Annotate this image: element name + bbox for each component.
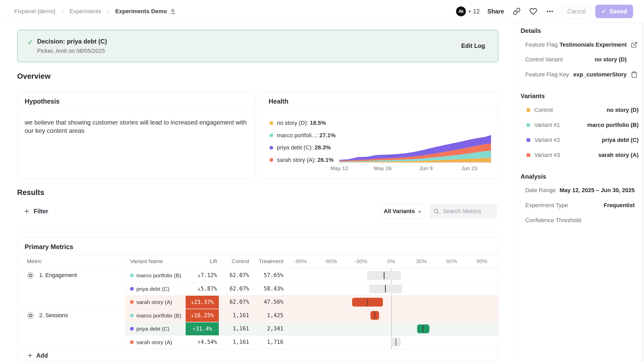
ci-axis-label: 90% (466, 258, 498, 264)
row-divider (125, 295, 498, 295)
sidebar-row-label: Confidence Threshold (525, 216, 581, 225)
ruler-tick (381, 266, 381, 269)
sidebar-row-value: exp_customerStory (573, 70, 627, 79)
variant-swatch (130, 300, 134, 304)
favorite-heart-icon[interactable] (529, 8, 537, 15)
health-card-header: Health (261, 91, 498, 112)
ruler-tick (311, 266, 311, 269)
ci-mid-tick (367, 299, 368, 306)
variant-name: priya debt (C) (136, 322, 169, 336)
details-heading: Details (521, 27, 541, 34)
variant-name: sarah story (A) (136, 295, 172, 309)
breadcrumb-experiments[interactable]: Experiments (69, 8, 101, 15)
ci-axis-label: -60% (315, 258, 346, 264)
sidebar-row: Variant #3sarah story (A) (515, 150, 644, 160)
add-filter-button[interactable]: Filter (23, 205, 48, 218)
more-options-icon[interactable] (546, 8, 554, 15)
sidebar-row-value: priya debt (C) (602, 135, 639, 145)
variant-swatch (130, 314, 134, 317)
ruler-tick (300, 266, 301, 269)
filter-label: Filter (34, 208, 48, 215)
legend-value: 27.1% (319, 132, 335, 139)
page-title: Experiments Demo (115, 8, 167, 15)
sidebar-row-label: Experiment Type (525, 201, 568, 210)
ruler-tick (452, 266, 452, 269)
legend-swatch (270, 146, 273, 149)
copy-link-icon[interactable] (513, 8, 521, 15)
ruler-tick (351, 266, 351, 269)
external-link-icon[interactable] (631, 41, 638, 48)
treatment-value: 1,425 (244, 309, 283, 322)
saved-button[interactable]: ✓ Saved (595, 5, 633, 18)
experiment-page: Fixpanel {demo} / Experiments / Experime… (0, 0, 644, 362)
share-button[interactable]: Share (487, 8, 504, 15)
ruler-tick (326, 266, 326, 269)
copy-icon[interactable] (631, 71, 638, 78)
ruler-tick (290, 266, 291, 269)
check-icon: ✓ (601, 8, 606, 15)
sidebar-row-label: Date Range (525, 186, 556, 195)
variant-name: sarah story (A) (136, 336, 172, 349)
sidebar-row: Variant #2priya debt (C) (515, 135, 644, 145)
control-value: 62.07% (210, 282, 249, 296)
sidebar-row-label: Variant #3 (534, 150, 560, 160)
table-row: priya debt (C)↓5.87%62.07%58.43% (17, 282, 498, 296)
collaborators-count[interactable]: + 12 (468, 8, 480, 15)
metric-name[interactable]: 1. Engagement (39, 269, 77, 282)
sidebar-row: Control Variantno story (D) (515, 55, 644, 64)
plus-icon (27, 352, 33, 359)
ruler-tick (477, 266, 477, 269)
variant-swatch (130, 327, 134, 330)
ruler-tick (346, 266, 346, 269)
ruler-tick (316, 266, 316, 269)
breadcrumb-project[interactable]: Fixpanel {demo} (14, 8, 55, 15)
ruler-tick (422, 266, 422, 269)
metric-name[interactable]: 2. Sessions (39, 309, 68, 322)
ruler-tick (391, 266, 391, 269)
variants-dropdown[interactable]: All Variants (381, 204, 425, 219)
chart-x-tick-label: May 12 (324, 165, 355, 171)
plus-icon (23, 208, 30, 215)
breadcrumb: Fixpanel {demo} / Experiments / Experime… (14, 0, 176, 23)
avatar[interactable]: Ak (456, 6, 466, 16)
search-metrics-box (429, 204, 497, 219)
table-row: sarah story (A)↓23.37%62.07%47.56% (17, 295, 498, 309)
ruler-tick (472, 266, 472, 269)
add-metric-button[interactable]: Add (27, 352, 48, 359)
table-row: marco portfolio (B)↓16.25%1,1611,425 (17, 309, 498, 322)
search-icon (433, 208, 439, 214)
ci-mid-tick (396, 338, 396, 346)
treatment-value: 47.56% (244, 295, 283, 309)
ruler-tick (321, 266, 321, 269)
sidebar-row: Feature Flag Keyexp_customerStory (515, 70, 644, 79)
decision-title: Decision: priya debt (C) (37, 38, 107, 45)
sidebar-row-value: Frequentist (604, 201, 635, 210)
ruler-tick (467, 266, 467, 269)
ci-mid-tick (384, 272, 384, 279)
sidebar-row-value: May 12, 2025 – Jun 30, 2025 (559, 186, 635, 195)
scrollbar[interactable] (642, 23, 643, 362)
divider (17, 224, 498, 225)
chart-x-tick-label: Jun 9 (410, 165, 442, 171)
treatment-value: 57.65% (244, 269, 283, 282)
ci-axis-label: 0% (376, 258, 407, 264)
search-metrics-input[interactable] (443, 208, 490, 215)
edit-log-button[interactable]: Edit Log (461, 42, 485, 49)
column-header-variant: Variant Name (130, 258, 163, 264)
legend-label: no story (D): 18.5% (277, 120, 326, 126)
breadcrumb-current: Experiments Demo (115, 8, 176, 15)
sidebar-row-value: Testimonials Experiment (559, 40, 627, 49)
sidebar-row: Controlno story (D) (515, 105, 644, 115)
ci-axis-label: 30% (406, 258, 437, 264)
ci-axis-label: -90% (285, 258, 316, 264)
legend-value: 18.5% (310, 120, 326, 126)
control-value: 1,161 (210, 309, 249, 322)
sidebar-row-label: Control Variant (525, 55, 563, 64)
ruler-tick (426, 266, 427, 269)
sidebar-row-label: Variant #1 (534, 120, 560, 130)
variant-swatch (527, 138, 530, 142)
chart-x-tick-label: May 26 (367, 165, 398, 171)
cancel-button[interactable]: Cancel (562, 4, 591, 18)
ruler-tick (487, 266, 487, 269)
ruler-tick (462, 266, 462, 269)
